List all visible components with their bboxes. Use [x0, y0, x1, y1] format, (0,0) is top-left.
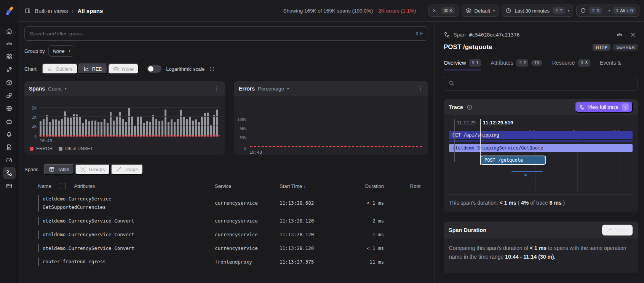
column-root[interactable]: Root	[384, 183, 420, 189]
span-count-bar	[158, 121, 160, 137]
gridline	[39, 107, 220, 108]
chart-mode-outliers[interactable]: Outliers	[42, 64, 78, 74]
spans-view-table[interactable]: Table	[44, 164, 74, 175]
trace-span-bar[interactable]: POST /getquote	[480, 156, 547, 165]
command-palette-button[interactable]: ⌘ K	[428, 5, 458, 17]
chevron-down-icon[interactable]: ▾	[608, 9, 610, 13]
errors-chart-title: Errors	[239, 86, 255, 92]
span-duration-card: Span Duration Triage Comparing this span…	[444, 222, 638, 273]
span-count-bar	[168, 122, 169, 137]
column-attributes[interactable]: Attributes	[74, 183, 95, 189]
chart-mode-red[interactable]: RED	[78, 64, 107, 74]
spans-chart-legend: ERROROK & UNSET	[24, 143, 225, 155]
sidebar-item-file-code[interactable]	[3, 141, 16, 153]
table-grid-icon	[49, 166, 55, 172]
sidebar-item-trace[interactable]	[3, 167, 16, 179]
span-detail-header: Span #c54028ec47c21376	[444, 30, 638, 40]
trace-span-bar[interactable]: oteldemo.ShippingService/GetQuote	[449, 144, 633, 152]
panel-search-input[interactable]	[458, 80, 633, 86]
tab-overview[interactable]: Overview⇧ 1	[444, 59, 481, 70]
chart-mode-none[interactable]: None	[108, 64, 139, 74]
span-count-bar	[43, 119, 45, 137]
span-count-bar	[125, 122, 127, 137]
span-count-bar	[64, 111, 66, 137]
sidebar-item-blocks[interactable]	[3, 89, 16, 102]
column-start-time[interactable]: Start Time ↓	[280, 183, 342, 189]
group-by-select[interactable]: None ▾	[48, 45, 74, 57]
time-range-button[interactable]: Last 30 minutes ⇧ T ▾	[502, 5, 573, 17]
tab-attributes[interactable]: Attributes⇧ 219	[491, 59, 542, 70]
span-search-input[interactable]	[29, 31, 412, 37]
ytick-label: 3K	[32, 115, 37, 119]
sidebar-item-integrations[interactable]	[3, 64, 16, 76]
span-count-bar	[52, 119, 54, 137]
table-row[interactable]: oteldemo.CurrencyService Convertcurrency…	[24, 242, 428, 255]
span-count-bar	[149, 122, 151, 137]
refresh-kbd: ⇧ R	[589, 7, 602, 14]
sidebar-item-cube[interactable]	[3, 76, 16, 89]
table-row[interactable]: oteldemo.CurrencyService Convertcurrency…	[24, 228, 428, 242]
trace-span-bar[interactable]: GET /api/shipping	[449, 131, 633, 139]
span-count-bar	[155, 119, 157, 137]
span-count-bar	[97, 122, 99, 137]
spans-chart-header: Spans Count ▾ ⋮	[24, 81, 225, 96]
trace-title: Trace	[449, 104, 463, 110]
table-row[interactable]: router frontend egressfrontendproxy11:13…	[24, 255, 428, 269]
breadcrumb-section[interactable]: Built-in views	[35, 8, 68, 14]
spans-view-triage[interactable]: Triage	[111, 164, 143, 175]
sidebar	[0, 0, 18, 283]
span-duration-title: Span Duration	[449, 227, 486, 233]
tab-events-[interactable]: Events &	[600, 59, 621, 70]
sidebar-item-home[interactable]	[3, 25, 16, 37]
span-count-bar	[40, 121, 42, 137]
table-row[interactable]: oteldemo.CurrencyService Convertcurrency…	[24, 214, 428, 228]
sidebar-item-robot[interactable]	[3, 115, 16, 127]
column-service[interactable]: Service	[215, 183, 280, 189]
view-full-trace-button[interactable]: View full trace T	[575, 102, 633, 113]
trace-span-indicator[interactable]	[511, 171, 543, 172]
errors-chart-metric[interactable]: Percentage	[258, 86, 284, 92]
view-selector-button[interactable]: Default ▾	[462, 5, 499, 17]
sidebar-item-bell[interactable]	[3, 128, 16, 140]
spans-chart-plot	[39, 101, 220, 137]
kebab-menu-icon[interactable]: ⋮	[214, 85, 220, 92]
sidebar-item-tables[interactable]	[3, 180, 16, 192]
tab-kbd: ⇧ 1	[469, 59, 481, 67]
kebab-menu-icon[interactable]: ⋮	[417, 85, 423, 92]
cell-span-name: router frontend egress	[38, 258, 215, 266]
column-duration[interactable]: Duration	[342, 183, 384, 189]
column-name[interactable]: Name	[38, 183, 51, 189]
log-scale-toggle[interactable]	[147, 65, 161, 73]
trace-span-indicator[interactable]	[449, 140, 633, 142]
sidebar-item-dashboard[interactable]	[3, 51, 16, 63]
breadcrumb-page[interactable]: All spans	[78, 8, 103, 14]
close-icon[interactable]	[628, 30, 638, 40]
spans-chart-title: Spans	[29, 86, 45, 92]
app-logo[interactable]	[0, 0, 18, 22]
cell-duration: < 1 ms	[342, 245, 384, 251]
refresh-button[interactable]: ⇧ R ▾ ⇧ Alt + R	[576, 5, 639, 17]
cell-service: currencyservice	[215, 232, 280, 237]
errors-count-text[interactable]: 2K errors (1.1%)	[378, 8, 416, 14]
sidebar-item-gauge[interactable]	[3, 154, 16, 166]
legend-item[interactable]: ERROR	[30, 146, 53, 151]
sidebar-item-globe[interactable]	[3, 102, 16, 114]
legend-item[interactable]: OK & UNSET	[59, 146, 93, 151]
tab-resource[interactable]: Resource⇧ 3	[552, 59, 590, 70]
span-count-bar	[137, 117, 139, 137]
spans-chart-bars	[40, 101, 220, 137]
group-by-label: Group by	[24, 48, 45, 54]
trace-timeline: 11:12:29 11:12:29.519 2.8 ms3 ms3.2 msGE…	[449, 115, 633, 194]
attributes-checkbox[interactable]	[60, 183, 66, 189]
breadcrumb-separator: ›	[72, 8, 74, 14]
ufo-action-button[interactable]	[615, 30, 625, 40]
span-count-bar	[174, 122, 176, 137]
triage-button[interactable]: Triage	[602, 224, 633, 236]
table-row[interactable]: oteldemo.CurrencyService GetSupportedCur…	[24, 192, 428, 214]
span-id[interactable]: #c54028ec47c21376	[469, 32, 520, 38]
spans-view-groups[interactable]: Groups	[75, 164, 110, 175]
sidebar-item-ufo[interactable]	[3, 38, 16, 50]
span-detail-tabs: Overview⇧ 1Attributes⇧ 219Resource⇧ 3Eve…	[444, 59, 638, 70]
spans-chart-metric[interactable]: Count	[48, 86, 62, 92]
wand-icon	[116, 166, 122, 172]
